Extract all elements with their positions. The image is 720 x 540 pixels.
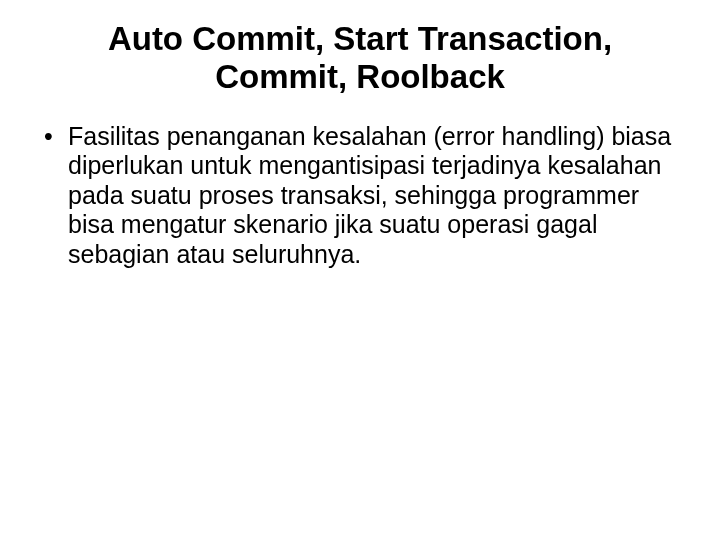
bullet-text: Fasilitas penanganan kesalahan (error ha… xyxy=(68,122,671,268)
title-line-1: Auto Commit, Start Transaction, xyxy=(108,20,612,57)
slide-title: Auto Commit, Start Transaction, Commit, … xyxy=(38,20,682,96)
title-line-2: Commit, Roolback xyxy=(215,58,505,95)
slide: Auto Commit, Start Transaction, Commit, … xyxy=(0,0,720,540)
bullet-list: Fasilitas penanganan kesalahan (error ha… xyxy=(38,122,682,270)
list-item: Fasilitas penanganan kesalahan (error ha… xyxy=(38,122,682,270)
slide-body: Fasilitas penanganan kesalahan (error ha… xyxy=(38,122,682,270)
